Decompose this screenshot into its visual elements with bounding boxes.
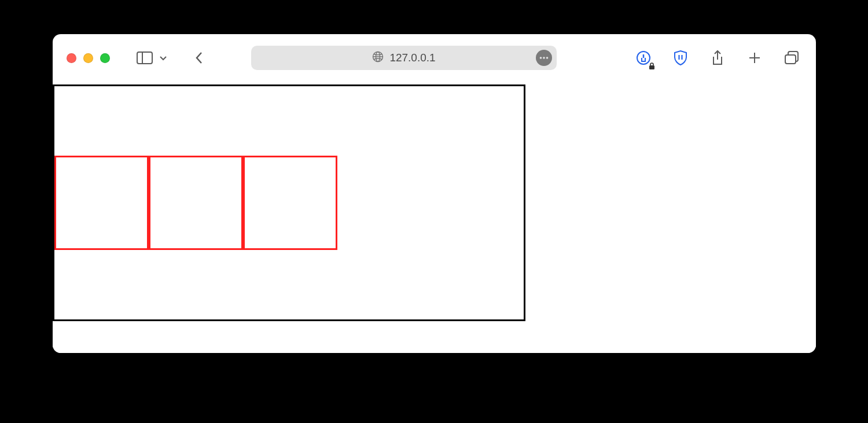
tabs-icon [784, 51, 799, 65]
ellipsis-icon [539, 57, 549, 59]
globe-icon [372, 51, 384, 65]
url-text: 127.0.0.1 [389, 52, 435, 64]
extension-1password-button[interactable] [633, 47, 654, 68]
svg-point-7 [546, 57, 549, 59]
flex-item-1 [54, 156, 149, 250]
share-button[interactable] [707, 47, 728, 68]
flex-item-3 [243, 156, 337, 250]
tab-overview-button[interactable] [781, 47, 802, 68]
maximize-window-button[interactable] [100, 53, 110, 63]
new-tab-button[interactable] [744, 47, 765, 68]
flex-item-2 [149, 156, 243, 250]
plus-icon [748, 52, 761, 64]
sidebar-icon [137, 52, 153, 64]
lock-badge-icon [649, 62, 655, 69]
close-window-button[interactable] [67, 53, 76, 63]
flex-container [53, 84, 525, 321]
toolbar-right-controls [633, 47, 802, 68]
window-controls [67, 53, 110, 63]
extension-adblock-button[interactable] [670, 47, 691, 68]
chevron-down-icon [159, 55, 167, 61]
browser-window: 127.0.0.1 [53, 34, 816, 353]
chevron-left-icon [194, 51, 204, 65]
shield-icon [674, 50, 687, 66]
svg-point-6 [543, 57, 545, 59]
minimize-window-button[interactable] [83, 53, 93, 63]
svg-rect-9 [649, 65, 654, 69]
page-content [53, 82, 816, 353]
svg-point-5 [540, 57, 542, 59]
svg-rect-14 [785, 55, 796, 64]
browser-toolbar: 127.0.0.1 [53, 34, 816, 82]
sidebar-toggle-button[interactable] [134, 47, 155, 68]
share-icon [711, 50, 724, 66]
back-button[interactable] [189, 47, 209, 68]
page-settings-button[interactable] [536, 50, 552, 66]
svg-rect-0 [137, 52, 152, 64]
tab-groups-dropdown[interactable] [157, 47, 169, 68]
address-bar[interactable]: 127.0.0.1 [251, 46, 557, 70]
